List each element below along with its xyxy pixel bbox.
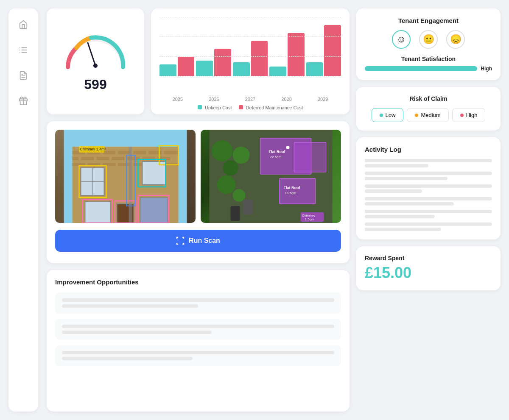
improvement-line-1-2 xyxy=(62,351,334,354)
activity-line-2-5 xyxy=(365,228,441,231)
gift-icon[interactable] xyxy=(16,93,31,108)
bar-group-2026 xyxy=(196,49,231,76)
deferred-bar-2029 xyxy=(324,25,341,76)
chart-area xyxy=(159,17,341,93)
svg-line-10 xyxy=(88,43,95,66)
svg-point-54 xyxy=(233,147,250,164)
chart-year-label-2025: 2025 xyxy=(159,97,196,102)
chart-year-label-2028: 2028 xyxy=(268,97,305,102)
activity-line-1-3 xyxy=(365,197,492,200)
run-scan-button[interactable]: Run Scan xyxy=(55,230,341,252)
sidebar xyxy=(8,8,38,412)
svg-text:Flat Roof: Flat Roof xyxy=(269,150,286,154)
svg-text:1.5qm: 1.5qm xyxy=(305,217,315,221)
improvement-item-1 xyxy=(55,319,341,340)
risk-dot-high xyxy=(460,114,464,117)
neutral-face[interactable]: 😐 xyxy=(419,30,438,49)
activity-line-2-3 xyxy=(365,202,454,206)
upkeep-bar-2028 xyxy=(269,67,286,76)
activity-line-1-0 xyxy=(365,159,492,162)
improvement-line-1-0 xyxy=(62,298,334,302)
improvement-item-0 xyxy=(55,292,341,314)
improvement-line-2-1 xyxy=(62,331,212,334)
risk-low-button[interactable]: Low xyxy=(372,108,404,122)
scan-card: Chimney 1.4m² xyxy=(47,121,350,263)
aerial-image: Flat Roof 22.5qm Flat Roof 18.5qm Chimne… xyxy=(201,130,341,223)
risk-medium-button[interactable]: Medium xyxy=(407,108,448,122)
improvement-title: Improvement Opportunities xyxy=(55,278,341,286)
chart-legend: Upkeep Cost Deferred Maintenance Cost xyxy=(159,105,341,110)
tenant-engagement-title: Tenant Engagement xyxy=(365,17,492,24)
satisfaction-bar xyxy=(365,66,477,71)
risk-dot-medium xyxy=(415,114,418,117)
legend-dot-red xyxy=(239,105,243,109)
top-row: 599 20252026202720282029 xyxy=(47,8,350,114)
improvement-line-1-1 xyxy=(62,325,334,328)
tenant-engagement-card: Tenant Engagement ☺ 😐 😞 Tenant Satisfact… xyxy=(356,8,501,80)
bar-group-2027 xyxy=(233,41,268,76)
sad-face[interactable]: 😞 xyxy=(446,30,465,49)
list-icon[interactable] xyxy=(16,42,31,58)
activity-item-4 xyxy=(365,210,492,218)
svg-point-55 xyxy=(223,160,238,175)
images-row: Chimney 1.4m² xyxy=(55,130,341,223)
svg-rect-16 xyxy=(103,151,116,154)
activity-line-1-4 xyxy=(365,210,492,213)
legend-upkeep-label: Upkeep Cost xyxy=(205,105,232,110)
svg-rect-20 xyxy=(164,151,179,154)
deferred-bar-2027 xyxy=(251,41,268,76)
activity-item-3 xyxy=(365,197,492,206)
happy-face[interactable]: ☺ xyxy=(392,30,411,49)
svg-rect-66 xyxy=(294,142,326,172)
risk-buttons: Low Medium High xyxy=(365,108,492,122)
building-photo: Chimney 1.4m² xyxy=(55,130,196,223)
svg-text:Flat Roof: Flat Roof xyxy=(284,186,301,190)
svg-point-53 xyxy=(212,140,233,161)
document-icon[interactable] xyxy=(16,68,31,83)
deferred-bar-2026 xyxy=(214,49,231,76)
svg-rect-23 xyxy=(97,157,109,160)
bar-group-2029 xyxy=(306,25,341,76)
risk-medium-label: Medium xyxy=(421,112,440,118)
risk-high-button[interactable]: High xyxy=(452,108,486,122)
building-image: Chimney 1.4m² xyxy=(55,130,196,223)
svg-rect-39 xyxy=(85,202,111,223)
chart-year-label-2026: 2026 xyxy=(196,97,232,102)
left-column: 599 20252026202720282029 xyxy=(47,8,350,412)
activity-line-2-4 xyxy=(365,215,435,218)
activity-item-2 xyxy=(365,184,492,193)
svg-rect-59 xyxy=(231,206,240,221)
chart-bars xyxy=(159,17,341,76)
aerial-photo: Flat Roof 22.5qm Flat Roof 18.5qm Chimne… xyxy=(201,130,341,223)
legend-dot-green xyxy=(198,105,202,109)
upkeep-bar-2026 xyxy=(196,61,213,76)
svg-point-11 xyxy=(93,64,98,68)
improvement-line-2-0 xyxy=(62,304,198,308)
bar-group-2028 xyxy=(269,33,304,76)
upkeep-bar-2029 xyxy=(306,62,323,76)
svg-text:22.5qm: 22.5qm xyxy=(270,155,282,159)
activity-log-title: Activity Log xyxy=(365,146,492,153)
reward-title: Reward Spent xyxy=(365,255,492,261)
chart-card: 20252026202720282029 Upkeep Cost Deferre… xyxy=(151,8,350,114)
legend-deferred-label: Deferred Maintenance Cost xyxy=(246,105,303,110)
chart-year-label-2027: 2027 xyxy=(232,97,268,102)
activity-log-card: Activity Log xyxy=(356,137,501,239)
svg-rect-40 xyxy=(140,197,168,223)
risk-of-claim-card: Risk of Claim Low Medium High xyxy=(356,87,501,131)
activity-line-1-1 xyxy=(365,172,492,175)
home-icon[interactable] xyxy=(16,17,31,32)
gauge xyxy=(62,31,129,73)
svg-rect-58 xyxy=(243,200,253,214)
activity-item-1 xyxy=(365,172,492,180)
reward-amount: £15.00 xyxy=(365,264,492,282)
score-value: 599 xyxy=(84,77,106,92)
scan-icon xyxy=(176,236,185,245)
upkeep-bar-2025 xyxy=(159,64,176,76)
right-column: Tenant Engagement ☺ 😐 😞 Tenant Satisfact… xyxy=(356,8,501,412)
activity-line-2-0 xyxy=(365,164,428,167)
improvement-line-2-2 xyxy=(62,357,193,360)
improvement-card: Improvement Opportunities xyxy=(47,270,350,412)
svg-text:Chimney 1.4m²: Chimney 1.4m² xyxy=(80,147,106,151)
svg-point-56 xyxy=(217,175,236,194)
